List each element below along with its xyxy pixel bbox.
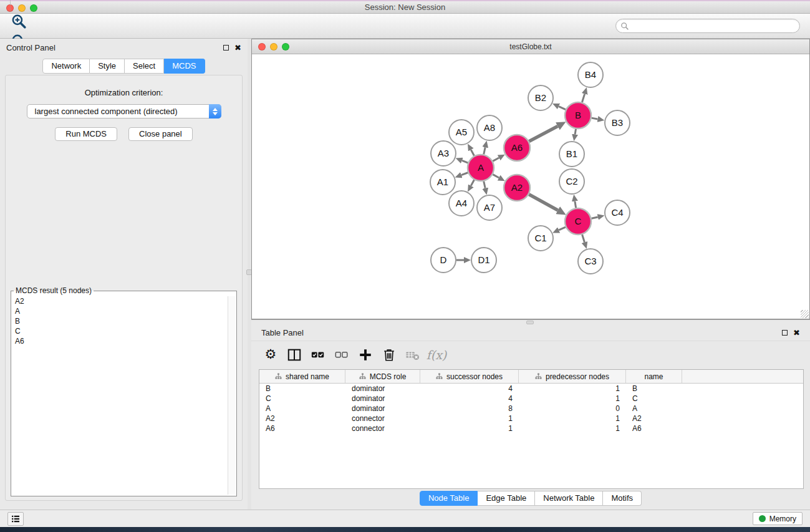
- graph-node-B4[interactable]: B4: [578, 62, 603, 87]
- column-header-successor-nodes[interactable]: successor nodes: [420, 370, 519, 383]
- task-history-button[interactable]: [7, 512, 24, 526]
- table-row[interactable]: Adominator80A: [259, 404, 803, 414]
- cell-name[interactable]: A6: [626, 424, 682, 433]
- edge-A2-C[interactable]: [529, 195, 557, 211]
- delete-table-icon[interactable]: [402, 344, 423, 365]
- edge-A6-B[interactable]: [529, 126, 557, 141]
- graph-node-A3[interactable]: A3: [431, 141, 456, 166]
- cell-name[interactable]: C: [626, 394, 682, 403]
- zoom-in-icon[interactable]: [6, 12, 31, 32]
- unselect-all-icon[interactable]: [331, 344, 352, 365]
- tab-node-table[interactable]: Node Table: [420, 491, 478, 506]
- tab-edge-table[interactable]: Edge Table: [478, 491, 535, 506]
- float-panel-icon[interactable]: [223, 45, 229, 51]
- edge-C-C2[interactable]: [575, 201, 576, 208]
- graph-node-C[interactable]: C: [565, 208, 591, 235]
- edge-A-A2[interactable]: [493, 175, 499, 178]
- table-settings-icon[interactable]: ⚙: [260, 344, 281, 365]
- column-header-shared-name[interactable]: shared name: [259, 370, 345, 383]
- cell-MCDS-role[interactable]: connector: [345, 414, 420, 423]
- table-row[interactable]: A6connector11A6: [259, 423, 803, 433]
- network-canvas[interactable]: B4B2BB3A8A5A6A3B1AC2A1A2A4A7C4CC1DD1C3: [252, 54, 809, 319]
- search-input[interactable]: [629, 21, 799, 32]
- column-header-name[interactable]: name: [626, 370, 682, 383]
- cell-MCDS-role[interactable]: connector: [345, 424, 420, 433]
- cell-predecessor-nodes[interactable]: 1: [519, 394, 626, 403]
- graph-node-B2[interactable]: B2: [528, 85, 553, 110]
- edge-C-C4[interactable]: [591, 217, 597, 218]
- cell-name[interactable]: A2: [626, 414, 682, 423]
- graph-node-A6[interactable]: A6: [504, 135, 530, 161]
- cell-successor-nodes[interactable]: 1: [420, 414, 519, 423]
- table-row[interactable]: A2connector11A2: [259, 414, 803, 423]
- edge-A-A6[interactable]: [493, 158, 499, 161]
- edge-A-A5[interactable]: [471, 150, 474, 156]
- cell-successor-nodes[interactable]: 4: [420, 384, 519, 393]
- cell-shared-name[interactable]: C: [259, 394, 345, 403]
- table-row[interactable]: Cdominator41C: [259, 394, 803, 404]
- graph-node-B[interactable]: B: [565, 102, 591, 128]
- graph-node-A2[interactable]: A2: [504, 175, 530, 201]
- cell-MCDS-role[interactable]: dominator: [345, 384, 420, 393]
- cell-MCDS-role[interactable]: dominator: [345, 394, 420, 403]
- result-item[interactable]: C: [12, 326, 228, 336]
- tab-motifs[interactable]: Motifs: [603, 491, 642, 506]
- close-panel-button[interactable]: Close panel: [128, 127, 193, 141]
- edge-B-B2[interactable]: [559, 107, 566, 110]
- tab-select[interactable]: Select: [125, 59, 164, 74]
- criterion-dropdown[interactable]: largest connected component (directed): [27, 104, 221, 118]
- mcds-result-list[interactable]: A2ABCA6: [12, 296, 228, 495]
- maximize-network-button[interactable]: [282, 43, 289, 51]
- select-all-icon[interactable]: [307, 344, 329, 365]
- cell-predecessor-nodes[interactable]: 1: [519, 384, 626, 393]
- edge-A-A1[interactable]: [461, 173, 468, 175]
- graph-node-A1[interactable]: A1: [430, 170, 455, 195]
- graph-node-C2[interactable]: C2: [559, 169, 584, 194]
- network-graph[interactable]: B4B2BB3A8A5A6A3B1AC2A1A2A4A7C4CC1DD1C3: [252, 54, 809, 319]
- graph-node-C3[interactable]: C3: [578, 249, 603, 274]
- tab-style[interactable]: Style: [90, 59, 125, 74]
- cell-name[interactable]: A: [626, 404, 682, 413]
- cell-shared-name[interactable]: A2: [259, 414, 345, 423]
- edge-C-C1[interactable]: [559, 227, 566, 230]
- function-builder-icon[interactable]: f(x): [426, 344, 447, 365]
- network-window-titlebar[interactable]: testGlobe.txt: [252, 39, 809, 54]
- result-item[interactable]: A: [12, 306, 228, 316]
- split-panel-icon[interactable]: [284, 344, 305, 365]
- table-row[interactable]: Bdominator41B: [259, 384, 803, 394]
- cell-shared-name[interactable]: B: [259, 384, 345, 393]
- close-panel-icon[interactable]: ✖: [234, 44, 241, 52]
- result-item[interactable]: B: [12, 316, 228, 326]
- float-panel-icon[interactable]: [782, 330, 788, 336]
- result-scrollbar[interactable]: [228, 296, 235, 495]
- graph-node-A5[interactable]: A5: [449, 120, 474, 145]
- graph-node-D[interactable]: D: [431, 248, 456, 273]
- tab-network-table[interactable]: Network Table: [535, 491, 603, 506]
- cell-predecessor-nodes[interactable]: 0: [519, 404, 626, 413]
- cell-shared-name[interactable]: A6: [259, 424, 345, 433]
- edge-B-B1[interactable]: [575, 129, 576, 135]
- edge-A-A4[interactable]: [471, 180, 474, 186]
- cell-name[interactable]: B: [626, 384, 682, 393]
- graph-node-A[interactable]: A: [468, 155, 494, 181]
- edge-B-B3[interactable]: [592, 118, 598, 119]
- edge-A-A7[interactable]: [484, 181, 485, 188]
- edge-C-C3[interactable]: [582, 235, 585, 242]
- graph-node-A4[interactable]: A4: [449, 191, 474, 216]
- dropdown-stepper-icon[interactable]: [209, 104, 221, 118]
- graph-node-A8[interactable]: A8: [477, 115, 502, 140]
- run-mcds-button[interactable]: Run MCDS: [55, 127, 117, 141]
- graph-node-C1[interactable]: C1: [528, 226, 553, 251]
- graph-node-D1[interactable]: D1: [471, 248, 496, 273]
- tab-mcds[interactable]: MCDS: [164, 59, 205, 74]
- result-item[interactable]: A6: [12, 336, 228, 346]
- graph-node-B1[interactable]: B1: [559, 142, 584, 167]
- edge-A-A8[interactable]: [484, 147, 485, 154]
- cell-MCDS-role[interactable]: dominator: [345, 404, 420, 413]
- resize-grip-icon[interactable]: [801, 310, 809, 318]
- cell-successor-nodes[interactable]: 1: [420, 424, 519, 433]
- column-header-MCDS-role[interactable]: MCDS role: [345, 370, 420, 383]
- cell-predecessor-nodes[interactable]: 1: [519, 424, 626, 433]
- column-header-predecessor-nodes[interactable]: predecessor nodes: [519, 370, 626, 383]
- cell-successor-nodes[interactable]: 8: [420, 404, 519, 413]
